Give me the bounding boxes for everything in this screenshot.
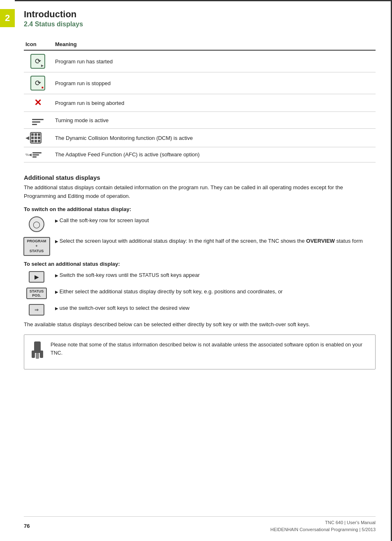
- additional-body: The additional status displays contain d…: [24, 183, 376, 201]
- circle-button-icon: ◯: [24, 216, 49, 232]
- note-box: Please note that some of the status info…: [24, 334, 376, 369]
- abort-icon: ✕: [34, 98, 42, 108]
- table-row: ✕ Program run is being aborted: [24, 94, 376, 112]
- page-number: 76: [24, 523, 30, 529]
- status-pos-btn-container: STATUSPOS.: [24, 288, 49, 299]
- switch-btn-container: ⇒: [24, 304, 49, 316]
- program-status-button[interactable]: PROGRAM+STATUS: [23, 237, 50, 255]
- footer-product: TNC 640 | User's Manual HEIDENHAIN Conve…: [270, 519, 376, 533]
- icon-cell-1: ⟳ ▶: [24, 50, 53, 72]
- table-row: ⟳ ▶ Program run has started: [24, 50, 376, 72]
- softkey-arrow-button[interactable]: ▶: [29, 271, 44, 283]
- step-1-text: Call the soft-key row for screen layout: [55, 216, 376, 225]
- switch-on-heading: To switch on the additional status displ…: [24, 206, 376, 212]
- meaning-cell-2: Program run is stopped: [53, 72, 376, 94]
- note-text: Please note that some of the status info…: [51, 341, 369, 363]
- svg-rect-1: [32, 351, 35, 358]
- dcm-icon: ◀: [25, 132, 50, 144]
- program-status-btn-container: PROGRAM+STATUS: [24, 237, 49, 255]
- step-4-text: Either select the additional status disp…: [55, 288, 376, 296]
- svg-rect-2: [40, 351, 43, 358]
- chapter-number: 2: [0, 9, 15, 27]
- meaning-cell-5: The Dynamic Collision Monitoring functio…: [53, 129, 376, 147]
- table-row: %◀ The Adaptive Feed Function (AFC) is a…: [24, 147, 376, 163]
- step-3-text: Switch the soft-key rows until the STATU…: [55, 271, 376, 280]
- program-start-icon: ⟳ ▶: [30, 54, 45, 69]
- footer: 76 TNC 640 | User's Manual HEIDENHAIN Co…: [24, 516, 376, 533]
- meaning-cell-3: Program run is being aborted: [53, 94, 376, 112]
- icon-cell-4: [24, 112, 53, 129]
- meaning-cell-4: Turning mode is active: [53, 112, 376, 129]
- instruction-row-2: PROGRAM+STATUS Select the screen layout …: [24, 237, 376, 255]
- turning-icon: [32, 119, 44, 125]
- arrow-button-container: ▶: [24, 271, 49, 283]
- additional-heading: Additional status displays: [24, 174, 376, 181]
- icon-cell-3: ✕: [24, 94, 53, 112]
- table-row: ⟳ ■ Program run is stopped: [24, 72, 376, 94]
- instruction-row-1: ◯ Call the soft-key row for screen layou…: [24, 216, 376, 232]
- svg-rect-0: [34, 341, 41, 353]
- section-subtitle: 2.4 Status displays: [24, 21, 376, 28]
- table-header-icon: Icon: [24, 39, 53, 50]
- meaning-cell-1: Program run has started: [53, 50, 376, 72]
- instruction-row-4: STATUSPOS. Either select the additional …: [24, 288, 376, 299]
- instruction-row-5: ⇒ use the switch-over soft keys to selec…: [24, 304, 376, 316]
- step-5-text: use the switch-over soft keys to select …: [55, 304, 376, 313]
- available-text: The available status displays described …: [24, 320, 376, 329]
- note-icon: [30, 341, 45, 363]
- table-row: ◀ The Dynamic Collision Monitoring funct…: [24, 129, 376, 147]
- screen-layout-button[interactable]: ◯: [29, 216, 44, 232]
- chapter-title: Introduction: [24, 9, 376, 20]
- meaning-cell-6: The Adaptive Feed Function (AFC) is acti…: [53, 147, 376, 163]
- status-pos-button[interactable]: STATUSPOS.: [26, 288, 47, 299]
- icon-cell-6: %◀: [24, 147, 53, 163]
- step-2-text: Select the screen layout with additional…: [55, 237, 376, 246]
- instruction-row-3: ▶ Switch the soft-key rows until the STA…: [24, 271, 376, 283]
- program-stop-icon: ⟳ ■: [30, 76, 45, 91]
- icon-cell-5: ◀: [24, 129, 53, 147]
- status-icon-table: Icon Meaning ⟳ ▶ Program run has started: [24, 39, 376, 163]
- table-header-meaning: Meaning: [53, 39, 376, 50]
- afc-icon: %◀: [25, 152, 50, 158]
- switch-over-button[interactable]: ⇒: [29, 304, 44, 316]
- icon-cell-2: ⟳ ■: [24, 72, 53, 94]
- select-heading: To select an additional status display:: [24, 261, 376, 267]
- svg-rect-3: [36, 353, 39, 359]
- table-row: Turning mode is active: [24, 112, 376, 129]
